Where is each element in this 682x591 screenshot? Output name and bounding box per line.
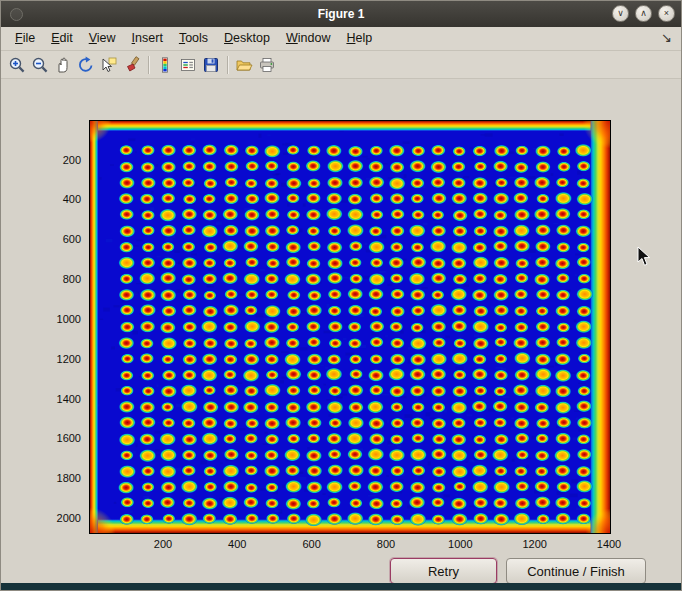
y-axis: 200400600800100012001400160018002000 (41, 120, 85, 534)
y-tick-label: 1000 (41, 313, 81, 325)
y-tick-label: 600 (41, 233, 81, 245)
window-title: Figure 1 (1, 1, 681, 27)
figure-window: Figure 1 ∨ ∧ × File Edit View Insert Too… (0, 0, 682, 591)
legend-icon[interactable] (177, 54, 199, 76)
y-tick-label: 1200 (41, 353, 81, 365)
y-tick-label: 800 (41, 273, 81, 285)
axes (89, 120, 611, 534)
x-tick-label: 1200 (522, 538, 546, 550)
menu-tools[interactable]: Tools (171, 27, 216, 50)
pan-icon[interactable] (52, 54, 74, 76)
maximize-button[interactable]: ∧ (635, 5, 652, 22)
print-icon[interactable] (256, 54, 278, 76)
data-cursor-icon[interactable] (98, 54, 120, 76)
dock-figure-icon[interactable]: ↘ (661, 30, 672, 45)
zoom-in-icon[interactable] (6, 54, 28, 76)
y-tick-label: 1800 (41, 472, 81, 484)
figure-canvas-area: 200400600800100012001400160018002000 200… (1, 79, 681, 583)
y-tick-label: 1400 (41, 393, 81, 405)
figure-toolbar (1, 51, 681, 79)
menu-insert[interactable]: Insert (124, 27, 171, 50)
y-tick-label: 200 (41, 154, 81, 166)
titlebar[interactable]: Figure 1 ∨ ∧ × (1, 1, 681, 27)
open-folder-icon[interactable] (233, 54, 255, 76)
x-tick-label: 1400 (597, 538, 621, 550)
menu-window[interactable]: Window (278, 27, 338, 50)
heatmap-image[interactable] (90, 121, 610, 533)
y-tick-label: 400 (41, 193, 81, 205)
x-tick-label: 200 (154, 538, 172, 550)
save-icon[interactable] (200, 54, 222, 76)
x-tick-label: 1000 (448, 538, 472, 550)
x-tick-label: 600 (302, 538, 320, 550)
menu-view[interactable]: View (81, 27, 124, 50)
toolbar-separator (148, 56, 149, 74)
brush-icon[interactable] (121, 54, 143, 76)
colorbar-icon[interactable] (154, 54, 176, 76)
menu-help[interactable]: Help (338, 27, 380, 50)
minimize-button[interactable]: ∨ (612, 5, 629, 22)
y-tick-label: 2000 (41, 512, 81, 524)
window-bottom-border (1, 583, 681, 590)
menu-edit[interactable]: Edit (43, 27, 81, 50)
continue-finish-button[interactable]: Continue / Finish (506, 558, 646, 584)
x-tick-label: 400 (228, 538, 246, 550)
close-button[interactable]: × (658, 5, 675, 22)
y-tick-label: 1600 (41, 432, 81, 444)
toolbar-separator (227, 56, 228, 74)
menu-desktop[interactable]: Desktop (216, 27, 278, 50)
window-controls: ∨ ∧ × (612, 5, 675, 22)
menu-bar: File Edit View Insert Tools Desktop Wind… (1, 27, 681, 51)
x-tick-label: 800 (377, 538, 395, 550)
retry-button[interactable]: Retry (390, 558, 497, 584)
zoom-out-icon[interactable] (29, 54, 51, 76)
x-axis: 200400600800100012001400 (89, 538, 611, 554)
rotate-3d-icon[interactable] (75, 54, 97, 76)
menu-file[interactable]: File (7, 27, 43, 50)
